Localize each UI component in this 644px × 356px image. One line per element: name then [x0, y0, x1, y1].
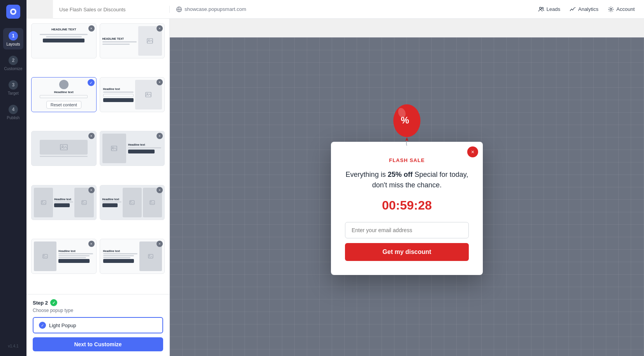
lc4-headline: Headline text	[103, 88, 134, 90]
lc7-bar	[54, 201, 73, 203]
lc2-close-icon: ×	[157, 25, 163, 32]
svg-rect-20	[130, 201, 134, 204]
layouts-grid: HEADLINE TEXT × HEADLINE TEXT	[26, 19, 169, 294]
popup-modal: % × FLASH SALE Everything is 25% off Spe…	[331, 142, 483, 275]
lc8-bar	[102, 201, 121, 203]
lc10-text: Headline text	[102, 241, 138, 271]
svg-point-17	[42, 201, 42, 202]
reset-content-button[interactable]: Reset content	[46, 101, 81, 109]
sidebar-step-layouts[interactable]: 1 Layouts	[3, 28, 23, 49]
step2-text: Step 2	[33, 300, 48, 306]
lc1-bar2	[46, 36, 82, 37]
lc7-btn	[54, 203, 69, 207]
layout-card-10[interactable]: Headline text ×	[100, 239, 165, 274]
lc2-headline: HEADLINE TEXT	[102, 37, 137, 40]
layout-card-7[interactable]: Headline text ×	[31, 185, 97, 220]
lc10-headline: Headline text	[103, 250, 137, 252]
popup-headline-bold: 25% off	[388, 171, 413, 178]
lc10-close-icon: ×	[157, 241, 163, 247]
leads-label: Leads	[547, 6, 560, 12]
popup-type-check-icon: ✓	[39, 322, 46, 329]
step3-label: Target	[8, 91, 19, 95]
lc5-image	[40, 140, 88, 155]
svg-point-21	[130, 201, 131, 202]
step2-check-icon: ✓	[50, 299, 57, 306]
lc5-close-icon: ×	[88, 133, 95, 139]
sidebar-step-publish[interactable]: 4 Publish	[3, 102, 23, 123]
layout-card-9[interactable]: Headline text ×	[31, 239, 97, 274]
layout-card-2[interactable]: HEADLINE TEXT ×	[100, 23, 165, 58]
lc8-close-icon: ×	[157, 187, 163, 193]
lc8-headline: Headline text	[102, 198, 121, 201]
analytics-label: Analytics	[578, 6, 598, 12]
lc10-bar3	[103, 257, 131, 258]
lc8-text: Headline text	[102, 188, 121, 217]
svg-point-7	[610, 8, 612, 10]
svg-text:%: %	[401, 115, 409, 125]
step1-number: 1	[9, 31, 18, 41]
lc3-avatar	[59, 80, 69, 89]
lc1-close-icon: ×	[88, 25, 95, 32]
lc9-bar2	[58, 255, 89, 256]
popup-timer: 00:59:28	[345, 198, 469, 213]
svg-rect-18	[82, 201, 86, 204]
svg-point-19	[83, 201, 83, 202]
lc4-btn	[103, 98, 134, 102]
layout-card-8[interactable]: Headline text ×	[100, 185, 165, 220]
svg-rect-24	[43, 254, 48, 258]
popup-headline: Everything is 25% off Special for today,…	[345, 169, 469, 190]
lc10-bar2	[103, 255, 134, 256]
svg-point-11	[147, 93, 148, 95]
account-nav[interactable]: Account	[608, 6, 635, 12]
popup-cta-button[interactable]: Get my discount	[345, 243, 469, 261]
lc5-bar	[40, 156, 88, 157]
popup-type-selector[interactable]: ✓ Light Popup	[33, 317, 163, 333]
lc9-close-icon: ×	[88, 241, 95, 247]
svg-point-27	[149, 255, 150, 256]
layout-card-5[interactable]: ×	[31, 131, 97, 166]
lc1-btn	[43, 39, 84, 42]
lc3-check-icon: ✓	[88, 79, 95, 86]
next-to-customize-button[interactable]: Next to Customize	[33, 337, 163, 351]
sidebar-step-target[interactable]: 3 Target	[3, 77, 23, 99]
app-logo[interactable]	[6, 5, 20, 19]
lc3-headline: Headline text	[54, 90, 74, 94]
layout-card-3[interactable]: Headline text ✓ Reset content	[31, 77, 97, 112]
step2-heading: Step 2 ✓	[33, 299, 163, 306]
panel-bottom: Step 2 ✓ Choose popup type ✓ Light Popup…	[26, 294, 169, 356]
layouts-panel: HEADLINE TEXT × HEADLINE TEXT	[26, 19, 170, 356]
url-text: showcase.popupsmart.com	[185, 6, 246, 12]
lc6-text: Headline text	[127, 134, 162, 163]
popup-type-label: Light Popup	[49, 323, 76, 328]
lc8-img1	[123, 188, 142, 217]
lc6-image	[102, 134, 126, 163]
sidebar-nav: 1 Layouts 2 Customize 3 Target 4 Publish…	[0, 0, 26, 356]
svg-point-1	[12, 10, 15, 13]
search-area	[53, 6, 170, 13]
step2-sublabel: Choose popup type	[33, 308, 163, 313]
leads-nav[interactable]: Leads	[538, 6, 560, 12]
svg-point-25	[44, 255, 44, 256]
sidebar-step-customize[interactable]: 2 Customize	[3, 53, 23, 74]
lc10-btn	[103, 259, 134, 263]
svg-point-9	[148, 40, 150, 41]
analytics-nav[interactable]: Analytics	[570, 6, 598, 12]
layout-card-1[interactable]: HEADLINE TEXT ×	[31, 23, 97, 58]
lc1-headline: HEADLINE TEXT	[34, 26, 94, 33]
step4-number: 4	[9, 105, 18, 114]
svg-point-5	[539, 7, 541, 9]
svg-rect-26	[148, 254, 153, 258]
popup-headline-part1: Everything is	[346, 171, 388, 178]
svg-point-23	[151, 201, 151, 202]
lc7-text: Headline text	[54, 188, 73, 217]
popup-email-input[interactable]	[345, 222, 469, 238]
layout-card-6[interactable]: Headline text ×	[100, 131, 165, 166]
step2-number: 2	[9, 56, 18, 65]
balloon-icon: %	[389, 103, 424, 146]
lc9-text: Headline text	[58, 241, 93, 271]
layout-card-4[interactable]: Headline text ×	[100, 77, 165, 112]
popup-close-button[interactable]: ×	[467, 146, 478, 157]
version-label: v1.4.1	[8, 344, 18, 351]
search-input[interactable]	[59, 7, 163, 12]
lc6-headline: Headline text	[128, 143, 161, 146]
